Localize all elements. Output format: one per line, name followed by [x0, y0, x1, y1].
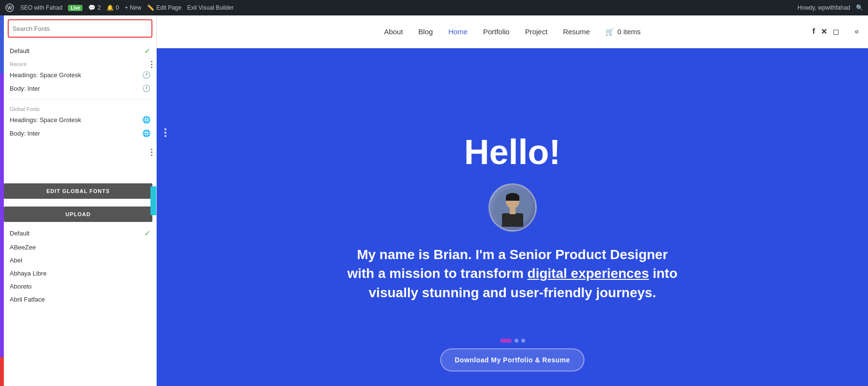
upload-button[interactable]: UPLOAD: [4, 207, 152, 222]
cart-icon: 🛒: [605, 28, 614, 36]
edit-global-fonts-button[interactable]: EDIT GLOBAL FONTS: [4, 183, 152, 199]
hero-description: My name is Brian. I'm a Senior Product D…: [344, 245, 681, 302]
nav-link-home[interactable]: Home: [448, 28, 468, 36]
font-item-label: Abel: [10, 257, 22, 264]
font-item-abel[interactable]: Abel: [8, 254, 152, 267]
svg-rect-7: [510, 207, 515, 214]
nav-link-about[interactable]: About: [384, 28, 403, 36]
font-item-headings-global[interactable]: Headings: Space Grotesk 🌐: [8, 113, 152, 126]
font-item-abeezee[interactable]: ABeeZee: [8, 241, 152, 254]
svg-text:W: W: [7, 5, 13, 11]
hero-avatar: [488, 183, 537, 232]
font-item-body-recent[interactable]: Body: Inter 🕐: [8, 82, 152, 95]
dot: [151, 154, 152, 156]
clock-icon: 🕐: [142, 71, 150, 79]
font-item-label: Default: [10, 47, 29, 55]
globe-icon: 🌐: [142, 129, 150, 137]
hero-cta-button[interactable]: Download My Portfolio & Resume: [440, 348, 584, 372]
admin-bar: W SEO with Fahad Live 💬 2 🔔 0 + New ✏️ E…: [0, 0, 868, 15]
check-icon: ✓: [144, 46, 150, 55]
instagram-icon[interactable]: ◻: [833, 27, 839, 36]
dot-indicator-2: [515, 339, 518, 343]
teal-stripe: [150, 186, 156, 215]
search-fonts-box: [8, 19, 152, 38]
admin-bar-right: Howdy, wpwithfahad 🔍: [798, 4, 863, 11]
accent-bar: [0, 15, 4, 386]
comment-count[interactable]: 💬 2: [88, 4, 101, 11]
recent-label: Recent: [8, 58, 152, 68]
hero-three-dot-menu[interactable]: [162, 125, 169, 140]
nav-cart[interactable]: 🛒 0 items: [605, 28, 640, 36]
globe-icon: 🌐: [142, 116, 150, 124]
font-item-abhaya-libre[interactable]: Abhaya Libre: [8, 267, 152, 280]
font-item-aboreto[interactable]: Aboreto: [8, 280, 152, 293]
check-icon: ✓: [144, 229, 150, 238]
accent-blue: [0, 15, 4, 73]
dot: [151, 67, 152, 68]
hero-section: Hello! My name is Brian: [157, 48, 868, 386]
accent-purple: [0, 73, 4, 357]
divider-1: [8, 99, 152, 99]
nav-link-portfolio[interactable]: Portfolio: [483, 28, 510, 36]
font-panel: Default ✓ Recent Headings: Space Grotesk…: [0, 15, 157, 386]
panel-three-dot-menu-mid[interactable]: [148, 146, 155, 159]
wp-logo[interactable]: W: [5, 3, 14, 13]
exit-visual-builder-button[interactable]: Exit Visual Builder: [187, 4, 234, 11]
font-item-label: Abhaya Libre: [10, 270, 47, 277]
notif-count[interactable]: 🔔 0: [107, 4, 119, 11]
hero-title: Hello!: [464, 132, 560, 172]
social-icons: f ✕ ◻: [813, 27, 839, 36]
panel-content: Default ✓ Recent Headings: Space Grotesk…: [0, 15, 156, 179]
accent-red: [0, 357, 4, 386]
site-nav: About Blog Home Portfolio Project Resume…: [157, 15, 868, 48]
clock-icon: 🕐: [142, 84, 150, 92]
site-name[interactable]: SEO with Fahad: [20, 4, 62, 11]
main-layout: Default ✓ Recent Headings: Space Grotesk…: [0, 15, 868, 386]
font-item-label: Abril Fatface: [10, 296, 45, 303]
font-item-abril-fatface[interactable]: Abril Fatface: [8, 293, 152, 306]
font-item-label: Headings: Space Grotesk: [10, 71, 81, 79]
nav-link-resume[interactable]: Resume: [563, 28, 590, 36]
dot-indicator-active: [500, 339, 512, 343]
font-item-label: Default: [10, 230, 29, 237]
edit-page-button[interactable]: ✏️ Edit Page: [147, 4, 181, 11]
hero-underlined-text: digital experiences: [528, 266, 649, 281]
dot: [164, 128, 166, 130]
nav-link-blog[interactable]: Blog: [419, 28, 433, 36]
svg-rect-6: [502, 213, 523, 227]
fonts-list-section: Default ✓ ABeeZee Abel Abhaya Libre Abor…: [0, 226, 156, 386]
dot: [164, 132, 166, 134]
font-item-label: Body: Inter: [10, 85, 40, 92]
dots-indicator: [500, 339, 525, 343]
avatar-illustration: [493, 188, 532, 227]
website-area: About Blog Home Portfolio Project Resume…: [157, 15, 868, 386]
dot-indicator-3: [521, 339, 525, 343]
panel-three-dot-menu-top[interactable]: [148, 58, 155, 71]
nav-link-project[interactable]: Project: [525, 28, 548, 36]
live-badge: Live: [68, 5, 82, 11]
twitter-icon[interactable]: ✕: [821, 27, 827, 36]
dot: [164, 135, 166, 137]
global-fonts-label: Global Fonts: [8, 103, 152, 113]
dot: [151, 64, 152, 65]
dot: [151, 61, 152, 62]
font-item-body-global[interactable]: Body: Inter 🌐: [8, 126, 152, 140]
facebook-icon[interactable]: f: [813, 27, 815, 36]
font-item-label: Body: Inter: [10, 130, 40, 137]
font-item-headings-recent[interactable]: Headings: Space Grotesk 🕐: [8, 68, 152, 82]
greeting-text: Howdy, wpwithfahad: [798, 4, 850, 11]
svg-rect-5: [506, 197, 519, 201]
font-item-label: Headings: Space Grotesk: [10, 116, 81, 124]
font-item-label: ABeeZee: [10, 244, 36, 251]
dot: [151, 149, 152, 150]
cart-items-text: 0 items: [617, 28, 640, 36]
site-search-icon[interactable]: ⚬: [853, 27, 860, 37]
new-button[interactable]: + New: [125, 4, 141, 11]
font-item-default-bottom[interactable]: Default ✓: [8, 226, 152, 241]
font-item-default-top[interactable]: Default ✓: [8, 43, 152, 58]
live-badge-container: Live: [68, 5, 82, 11]
search-fonts-input[interactable]: [13, 25, 148, 32]
dot: [151, 152, 152, 153]
search-admin-icon[interactable]: 🔍: [856, 4, 863, 11]
font-item-label: Aboreto: [10, 283, 32, 290]
